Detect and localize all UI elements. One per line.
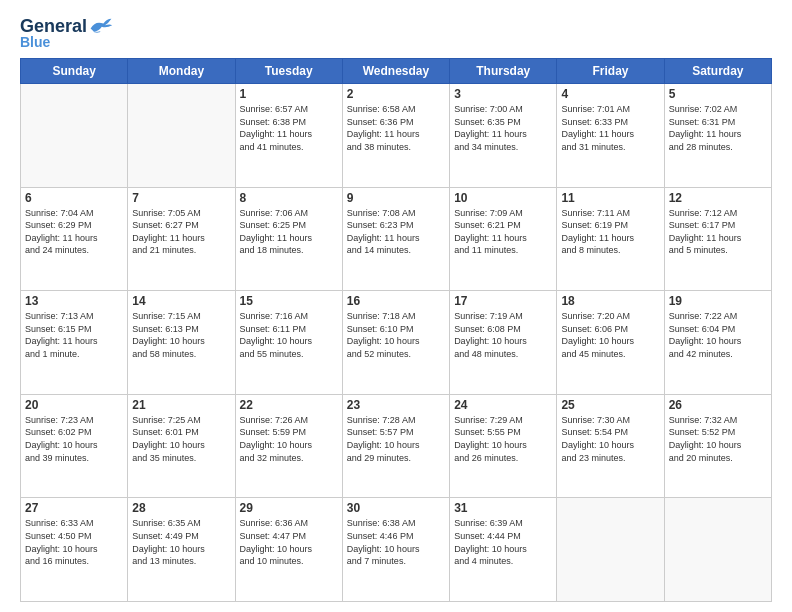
day-info: Sunrise: 7:01 AM Sunset: 6:33 PM Dayligh… bbox=[561, 103, 659, 153]
day-number: 10 bbox=[454, 191, 552, 205]
day-number: 12 bbox=[669, 191, 767, 205]
weekday-header-friday: Friday bbox=[557, 59, 664, 84]
day-info: Sunrise: 6:35 AM Sunset: 4:49 PM Dayligh… bbox=[132, 517, 230, 567]
calendar-week-row: 27Sunrise: 6:33 AM Sunset: 4:50 PM Dayli… bbox=[21, 498, 772, 602]
day-number: 28 bbox=[132, 501, 230, 515]
day-info: Sunrise: 7:29 AM Sunset: 5:55 PM Dayligh… bbox=[454, 414, 552, 464]
day-number: 31 bbox=[454, 501, 552, 515]
calendar-cell: 23Sunrise: 7:28 AM Sunset: 5:57 PM Dayli… bbox=[342, 394, 449, 498]
calendar-cell: 28Sunrise: 6:35 AM Sunset: 4:49 PM Dayli… bbox=[128, 498, 235, 602]
day-info: Sunrise: 6:57 AM Sunset: 6:38 PM Dayligh… bbox=[240, 103, 338, 153]
day-info: Sunrise: 7:22 AM Sunset: 6:04 PM Dayligh… bbox=[669, 310, 767, 360]
day-info: Sunrise: 7:15 AM Sunset: 6:13 PM Dayligh… bbox=[132, 310, 230, 360]
day-info: Sunrise: 6:36 AM Sunset: 4:47 PM Dayligh… bbox=[240, 517, 338, 567]
calendar-cell: 24Sunrise: 7:29 AM Sunset: 5:55 PM Dayli… bbox=[450, 394, 557, 498]
calendar-cell: 21Sunrise: 7:25 AM Sunset: 6:01 PM Dayli… bbox=[128, 394, 235, 498]
calendar-cell: 19Sunrise: 7:22 AM Sunset: 6:04 PM Dayli… bbox=[664, 291, 771, 395]
calendar-cell: 22Sunrise: 7:26 AM Sunset: 5:59 PM Dayli… bbox=[235, 394, 342, 498]
day-info: Sunrise: 7:12 AM Sunset: 6:17 PM Dayligh… bbox=[669, 207, 767, 257]
day-number: 25 bbox=[561, 398, 659, 412]
day-number: 18 bbox=[561, 294, 659, 308]
calendar-cell: 7Sunrise: 7:05 AM Sunset: 6:27 PM Daylig… bbox=[128, 187, 235, 291]
calendar-cell: 27Sunrise: 6:33 AM Sunset: 4:50 PM Dayli… bbox=[21, 498, 128, 602]
day-number: 21 bbox=[132, 398, 230, 412]
calendar-week-row: 6Sunrise: 7:04 AM Sunset: 6:29 PM Daylig… bbox=[21, 187, 772, 291]
day-info: Sunrise: 6:58 AM Sunset: 6:36 PM Dayligh… bbox=[347, 103, 445, 153]
calendar-cell: 12Sunrise: 7:12 AM Sunset: 6:17 PM Dayli… bbox=[664, 187, 771, 291]
day-number: 7 bbox=[132, 191, 230, 205]
weekday-header-thursday: Thursday bbox=[450, 59, 557, 84]
day-number: 2 bbox=[347, 87, 445, 101]
calendar-cell bbox=[21, 84, 128, 188]
logo-text: General bbox=[20, 17, 87, 35]
weekday-header-saturday: Saturday bbox=[664, 59, 771, 84]
day-number: 13 bbox=[25, 294, 123, 308]
calendar-cell: 5Sunrise: 7:02 AM Sunset: 6:31 PM Daylig… bbox=[664, 84, 771, 188]
day-number: 26 bbox=[669, 398, 767, 412]
calendar-cell: 17Sunrise: 7:19 AM Sunset: 6:08 PM Dayli… bbox=[450, 291, 557, 395]
day-number: 9 bbox=[347, 191, 445, 205]
weekday-header-wednesday: Wednesday bbox=[342, 59, 449, 84]
calendar-cell: 2Sunrise: 6:58 AM Sunset: 6:36 PM Daylig… bbox=[342, 84, 449, 188]
day-info: Sunrise: 7:05 AM Sunset: 6:27 PM Dayligh… bbox=[132, 207, 230, 257]
day-info: Sunrise: 7:08 AM Sunset: 6:23 PM Dayligh… bbox=[347, 207, 445, 257]
day-info: Sunrise: 7:30 AM Sunset: 5:54 PM Dayligh… bbox=[561, 414, 659, 464]
day-number: 3 bbox=[454, 87, 552, 101]
calendar-week-row: 1Sunrise: 6:57 AM Sunset: 6:38 PM Daylig… bbox=[21, 84, 772, 188]
day-number: 16 bbox=[347, 294, 445, 308]
day-number: 30 bbox=[347, 501, 445, 515]
day-number: 1 bbox=[240, 87, 338, 101]
day-number: 8 bbox=[240, 191, 338, 205]
day-info: Sunrise: 7:25 AM Sunset: 6:01 PM Dayligh… bbox=[132, 414, 230, 464]
calendar-week-row: 13Sunrise: 7:13 AM Sunset: 6:15 PM Dayli… bbox=[21, 291, 772, 395]
day-info: Sunrise: 7:02 AM Sunset: 6:31 PM Dayligh… bbox=[669, 103, 767, 153]
weekday-header-monday: Monday bbox=[128, 59, 235, 84]
day-number: 14 bbox=[132, 294, 230, 308]
calendar-cell: 29Sunrise: 6:36 AM Sunset: 4:47 PM Dayli… bbox=[235, 498, 342, 602]
bird-icon bbox=[89, 16, 113, 36]
calendar-cell: 9Sunrise: 7:08 AM Sunset: 6:23 PM Daylig… bbox=[342, 187, 449, 291]
day-number: 4 bbox=[561, 87, 659, 101]
day-number: 5 bbox=[669, 87, 767, 101]
calendar-cell: 3Sunrise: 7:00 AM Sunset: 6:35 PM Daylig… bbox=[450, 84, 557, 188]
calendar-cell bbox=[557, 498, 664, 602]
calendar-cell: 1Sunrise: 6:57 AM Sunset: 6:38 PM Daylig… bbox=[235, 84, 342, 188]
weekday-header-row: SundayMondayTuesdayWednesdayThursdayFrid… bbox=[21, 59, 772, 84]
calendar-cell: 8Sunrise: 7:06 AM Sunset: 6:25 PM Daylig… bbox=[235, 187, 342, 291]
day-info: Sunrise: 7:19 AM Sunset: 6:08 PM Dayligh… bbox=[454, 310, 552, 360]
calendar-cell: 16Sunrise: 7:18 AM Sunset: 6:10 PM Dayli… bbox=[342, 291, 449, 395]
day-number: 23 bbox=[347, 398, 445, 412]
day-info: Sunrise: 7:00 AM Sunset: 6:35 PM Dayligh… bbox=[454, 103, 552, 153]
calendar-cell: 18Sunrise: 7:20 AM Sunset: 6:06 PM Dayli… bbox=[557, 291, 664, 395]
day-number: 15 bbox=[240, 294, 338, 308]
calendar-cell: 4Sunrise: 7:01 AM Sunset: 6:33 PM Daylig… bbox=[557, 84, 664, 188]
day-info: Sunrise: 6:33 AM Sunset: 4:50 PM Dayligh… bbox=[25, 517, 123, 567]
day-info: Sunrise: 7:32 AM Sunset: 5:52 PM Dayligh… bbox=[669, 414, 767, 464]
calendar-cell: 13Sunrise: 7:13 AM Sunset: 6:15 PM Dayli… bbox=[21, 291, 128, 395]
calendar-week-row: 20Sunrise: 7:23 AM Sunset: 6:02 PM Dayli… bbox=[21, 394, 772, 498]
day-info: Sunrise: 7:06 AM Sunset: 6:25 PM Dayligh… bbox=[240, 207, 338, 257]
weekday-header-tuesday: Tuesday bbox=[235, 59, 342, 84]
day-info: Sunrise: 7:04 AM Sunset: 6:29 PM Dayligh… bbox=[25, 207, 123, 257]
day-number: 20 bbox=[25, 398, 123, 412]
day-info: Sunrise: 6:38 AM Sunset: 4:46 PM Dayligh… bbox=[347, 517, 445, 567]
day-info: Sunrise: 7:09 AM Sunset: 6:21 PM Dayligh… bbox=[454, 207, 552, 257]
day-info: Sunrise: 7:26 AM Sunset: 5:59 PM Dayligh… bbox=[240, 414, 338, 464]
day-info: Sunrise: 7:28 AM Sunset: 5:57 PM Dayligh… bbox=[347, 414, 445, 464]
day-info: Sunrise: 7:23 AM Sunset: 6:02 PM Dayligh… bbox=[25, 414, 123, 464]
calendar-cell: 26Sunrise: 7:32 AM Sunset: 5:52 PM Dayli… bbox=[664, 394, 771, 498]
day-info: Sunrise: 7:18 AM Sunset: 6:10 PM Dayligh… bbox=[347, 310, 445, 360]
day-info: Sunrise: 6:39 AM Sunset: 4:44 PM Dayligh… bbox=[454, 517, 552, 567]
day-number: 6 bbox=[25, 191, 123, 205]
day-number: 11 bbox=[561, 191, 659, 205]
header: General Blue bbox=[20, 16, 772, 50]
calendar-cell: 31Sunrise: 6:39 AM Sunset: 4:44 PM Dayli… bbox=[450, 498, 557, 602]
calendar-cell: 6Sunrise: 7:04 AM Sunset: 6:29 PM Daylig… bbox=[21, 187, 128, 291]
day-number: 27 bbox=[25, 501, 123, 515]
day-number: 29 bbox=[240, 501, 338, 515]
logo-blue: Blue bbox=[20, 34, 113, 50]
logo: General Blue bbox=[20, 16, 113, 50]
calendar-cell bbox=[664, 498, 771, 602]
calendar-cell: 14Sunrise: 7:15 AM Sunset: 6:13 PM Dayli… bbox=[128, 291, 235, 395]
calendar-cell: 20Sunrise: 7:23 AM Sunset: 6:02 PM Dayli… bbox=[21, 394, 128, 498]
